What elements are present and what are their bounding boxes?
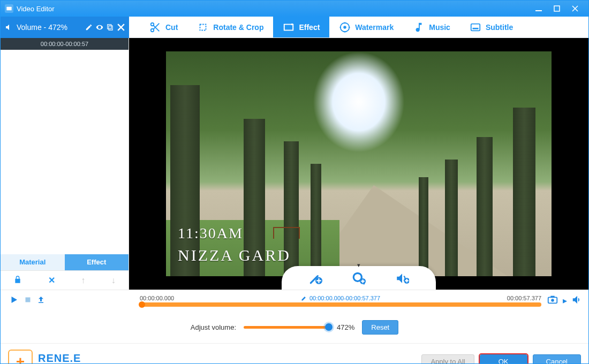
sidebar-actions: ✕ ↑ ↓	[1, 270, 129, 290]
maximize-button[interactable]	[548, 2, 566, 15]
clip-item[interactable]: 00:00:00-00:00:57	[1, 38, 129, 50]
window-title: Video Editor	[17, 5, 55, 13]
tab-effect[interactable]: Effect	[273, 17, 329, 37]
ok-button[interactable]: OK	[480, 354, 527, 364]
brand-logo-icon	[8, 350, 33, 365]
main-tabs: Cut Rotate & Crop Effect Watermark Music…	[129, 17, 588, 37]
app-icon	[5, 4, 13, 13]
lock-icon[interactable]	[13, 275, 22, 286]
svg-rect-8	[200, 24, 206, 30]
music-icon	[413, 21, 425, 33]
timeline-range: 00:00:00.000-00:00:57.377	[301, 295, 380, 301]
cancel-button[interactable]: Cancel	[533, 354, 581, 364]
svg-point-25	[551, 299, 554, 302]
audio-add-icon[interactable]	[395, 271, 409, 287]
clip-time-label: 00:00:00-00:00:57	[41, 41, 88, 47]
stop-button[interactable]	[23, 295, 33, 307]
close-panel-icon[interactable]	[117, 24, 125, 31]
preview-panel: 11:30AM NIZZA GARD ▾	[129, 38, 588, 290]
expand-icon[interactable]: ▸	[563, 295, 567, 306]
tab-label: Cut	[165, 23, 178, 32]
tab-subtitle[interactable]: Subtitle	[460, 17, 523, 37]
svg-point-15	[340, 26, 342, 28]
tab-rotate-crop[interactable]: Rotate & Crop	[187, 17, 273, 37]
svg-point-13	[344, 22, 346, 24]
cut-icon	[149, 21, 161, 33]
footer: RENE.E Laboratory Apply to All OK Cancel	[1, 343, 588, 364]
svg-rect-18	[472, 27, 478, 29]
timeline-end: 00:00:57.377	[507, 295, 541, 301]
svg-point-14	[344, 31, 346, 32]
move-up-icon: ↑	[81, 276, 85, 285]
delete-icon[interactable]: ✕	[48, 275, 55, 285]
subtitle-icon	[470, 21, 481, 33]
sidebar-header: Volume - 472%	[1, 17, 129, 38]
volume-icon	[5, 23, 13, 32]
overlay-place-text: NIZZA GARD	[178, 246, 291, 264]
sidebar-tab-material[interactable]: Material	[1, 254, 65, 270]
play-button[interactable]	[9, 295, 19, 307]
timeline-bar: 00:00:00.000 00:00:00.000-00:00:57.377 0…	[1, 290, 588, 311]
svg-rect-26	[550, 295, 554, 297]
tab-label: Music	[429, 23, 450, 32]
snapshot-icon[interactable]	[547, 294, 558, 308]
svg-point-12	[344, 26, 347, 29]
zoom-icon[interactable]	[352, 271, 366, 287]
magic-wand-icon[interactable]	[308, 271, 322, 287]
svg-point-16	[349, 26, 350, 28]
minimize-button[interactable]	[530, 2, 548, 15]
volume-value: 472%	[337, 323, 354, 331]
slider-thumb[interactable]	[325, 323, 333, 331]
tab-label: Effect	[299, 23, 320, 32]
move-down-icon: ↓	[111, 276, 116, 285]
effect-icon	[283, 21, 294, 33]
overlay-time-text: 11:30AM	[178, 225, 243, 242]
reset-button[interactable]: Reset	[362, 320, 398, 335]
tab-label: Subtitle	[486, 23, 513, 32]
apply-all-button[interactable]: Apply to All	[421, 354, 474, 364]
svg-rect-3	[554, 6, 560, 11]
chevron-down-icon[interactable]: ▾	[357, 262, 360, 269]
svg-rect-2	[535, 10, 542, 11]
svg-rect-4	[109, 26, 112, 30]
tab-label: Watermark	[355, 23, 394, 32]
edit-icon[interactable]	[85, 24, 93, 31]
preview-tools-pill: ▾	[282, 266, 436, 290]
svg-rect-23	[26, 297, 31, 302]
volume-row: Adjust volume: 472% Reset	[1, 311, 588, 343]
sound-icon[interactable]	[571, 294, 583, 308]
timeline-track[interactable]	[140, 302, 541, 307]
tab-watermark[interactable]: Watermark	[329, 17, 403, 37]
close-window-button[interactable]	[566, 2, 584, 15]
sidebar: 00:00:00-00:00:57 Material Effect ✕ ↑ ↓	[1, 38, 129, 290]
export-icon[interactable]	[37, 295, 47, 307]
tab-music[interactable]: Music	[403, 17, 460, 37]
clip-list	[1, 50, 129, 254]
watermark-icon	[339, 21, 351, 33]
volume-slider[interactable]	[244, 326, 329, 329]
tab-cut[interactable]: Cut	[140, 17, 187, 37]
volume-label: Adjust volume:	[191, 323, 236, 331]
brand-name: RENE.E	[38, 353, 81, 363]
crop-icon	[197, 21, 209, 33]
brand: RENE.E Laboratory	[8, 350, 81, 365]
copy-icon[interactable]	[107, 24, 114, 31]
svg-point-10	[291, 23, 293, 25]
svg-rect-1	[6, 7, 11, 11]
sidebar-title: Volume - 472%	[17, 23, 67, 32]
tab-label: Rotate & Crop	[213, 23, 263, 32]
sidebar-tabs: Material Effect	[1, 254, 129, 270]
toolbar: Volume - 472% Cut Rotate & Crop Effect W…	[1, 17, 588, 38]
svg-rect-5	[108, 25, 111, 29]
video-frame[interactable]: 11:30AM NIZZA GARD	[166, 51, 552, 276]
title-bar: Video Editor	[1, 1, 588, 17]
timeline-start: 00:00:00.000	[140, 295, 174, 301]
eye-icon[interactable]	[96, 24, 103, 31]
main-area: 00:00:00-00:00:57 Material Effect ✕ ↑ ↓ …	[1, 38, 588, 290]
svg-rect-17	[471, 24, 480, 31]
sidebar-tab-effect[interactable]: Effect	[65, 254, 129, 270]
